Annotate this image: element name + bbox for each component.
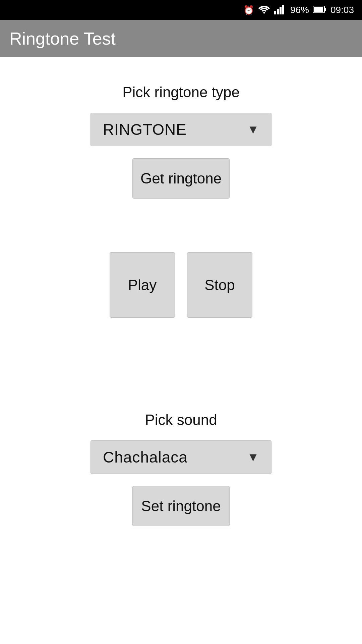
svg-rect-2 — [277, 9, 279, 14]
set-ringtone-button[interactable]: Set ringtone — [132, 486, 230, 526]
wifi-icon — [258, 3, 270, 17]
stop-button[interactable]: Stop — [187, 252, 252, 318]
sound-value: Chachalaca — [103, 448, 188, 466]
playback-controls: Play Stop — [110, 252, 252, 318]
ringtone-type-value: RINGTONE — [103, 120, 187, 139]
pick-sound-label: Pick sound — [145, 412, 217, 428]
svg-rect-7 — [325, 8, 326, 11]
svg-rect-4 — [282, 5, 284, 14]
sound-chevron-icon: ▼ — [247, 450, 259, 464]
ringtone-type-label: Pick ringtone type — [122, 84, 240, 101]
status-bar: ⏰ 96% 09:03 — [0, 0, 362, 20]
svg-point-0 — [263, 12, 265, 13]
battery-icon — [313, 5, 326, 15]
alarm-icon: ⏰ — [243, 5, 254, 15]
svg-rect-3 — [280, 7, 282, 14]
play-button[interactable]: Play — [110, 252, 175, 318]
svg-rect-1 — [274, 11, 276, 14]
signal-icon — [274, 3, 286, 17]
main-content: Pick ringtone type RINGTONE ▼ Get ringto… — [0, 57, 362, 644]
ringtone-type-dropdown[interactable]: RINGTONE ▼ — [90, 113, 272, 146]
app-title: Ringtone Test — [9, 29, 116, 49]
ringtone-type-chevron-icon: ▼ — [247, 122, 259, 137]
sound-dropdown[interactable]: Chachalaca ▼ — [90, 440, 272, 474]
time-display: 09:03 — [330, 5, 354, 15]
battery-percentage: 96% — [290, 5, 309, 15]
get-ringtone-button[interactable]: Get ringtone — [132, 158, 230, 199]
svg-rect-6 — [314, 7, 323, 12]
status-icons: ⏰ 96% 09:03 — [243, 3, 354, 17]
app-bar: Ringtone Test — [0, 20, 362, 57]
